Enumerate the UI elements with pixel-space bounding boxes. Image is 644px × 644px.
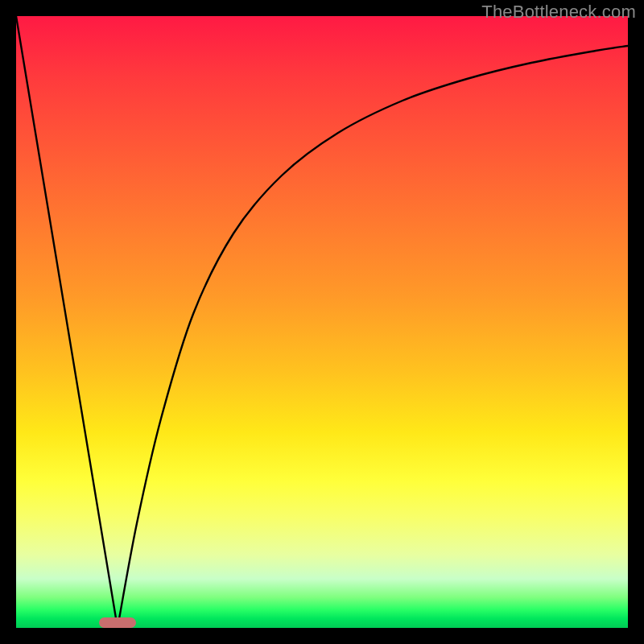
chart-frame: TheBottleneck.com <box>0 0 644 644</box>
plot-area <box>16 16 628 628</box>
curve-path <box>16 16 628 628</box>
optimum-range-marker <box>99 617 136 628</box>
bottleneck-curve <box>16 16 628 628</box>
watermark-text: TheBottleneck.com <box>481 2 636 23</box>
